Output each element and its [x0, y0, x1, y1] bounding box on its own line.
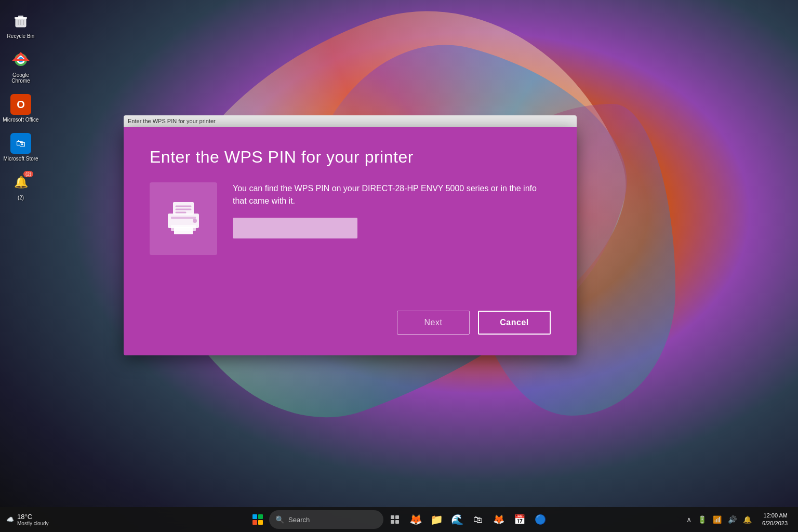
battery-icon[interactable]: 🔋	[696, 514, 709, 525]
task-view-button[interactable]	[385, 510, 404, 529]
dialog-titlebar[interactable]: Enter the WPS PIN for your printer	[124, 115, 577, 127]
edge-browser-icon[interactable]: 🌊	[448, 510, 467, 529]
office-label: Microsoft Office	[3, 117, 38, 123]
svg-rect-14	[171, 217, 196, 219]
wps-pin-input[interactable]	[233, 218, 357, 238]
taskbar-clock[interactable]: 12:00 AM 6/20/2023	[758, 512, 792, 528]
svg-point-17	[193, 219, 197, 223]
svg-rect-2	[18, 16, 23, 18]
google-chrome-label: Google Chrome	[3, 72, 39, 84]
search-icon: 🔍	[275, 515, 284, 524]
recycle-bin-label: Recycle Bin	[7, 33, 35, 39]
system-tray: ∧ 🔋 📶 🔊 🔔	[684, 514, 754, 525]
printer-icon-box	[150, 182, 217, 255]
volume-icon[interactable]: 🔊	[726, 514, 739, 525]
svg-rect-18	[391, 515, 394, 519]
recycle-bin-icon	[10, 10, 31, 31]
desktop: Recycle Bin Google Chrome O Microsoft Of…	[0, 0, 798, 532]
svg-rect-16	[174, 227, 193, 234]
desktop-icon-area: Recycle Bin Google Chrome O Microsoft Of…	[0, 0, 42, 532]
notification-bell-icon[interactable]: 🔔	[741, 514, 754, 525]
printer-icon	[163, 198, 204, 240]
copilot-icon[interactable]: 🦊	[406, 510, 425, 529]
win-logo-red	[252, 520, 257, 525]
dialog-content: You can find the WPS PIN on your DIRECT-…	[150, 182, 551, 255]
desktop-icon-ms-store[interactable]: 🛍 Microsoft Store	[3, 133, 39, 162]
dialog-buttons: Next Cancel	[397, 311, 551, 335]
desktop-icon-office[interactable]: O Microsoft Office	[3, 94, 39, 123]
win-logo-yellow	[258, 520, 263, 525]
wps-pin-dialog: Enter the WPS PIN for your printer	[124, 127, 577, 355]
ms-store-taskbar-icon[interactable]: 🛍	[469, 510, 487, 529]
clock-date: 6/20/2023	[762, 520, 788, 527]
svg-rect-19	[395, 515, 399, 519]
temperature: 18°C	[17, 513, 49, 521]
dialog-description: You can find the WPS PIN on your DIRECT-…	[233, 182, 551, 207]
windows-logo	[252, 514, 263, 525]
dialog-titlebar-text: Enter the WPS PIN for your printer	[128, 118, 573, 124]
wifi-icon[interactable]: 📶	[711, 514, 724, 525]
desktop-icon-recycle-bin[interactable]: Recycle Bin	[3, 10, 39, 39]
weather-widget[interactable]: ☁️ 18°C Mostly cloudy	[6, 513, 49, 526]
next-button[interactable]: Next	[397, 311, 470, 335]
chrome-taskbar-icon[interactable]: 🔵	[531, 510, 550, 529]
calendar-icon[interactable]: 📅	[510, 510, 529, 529]
file-explorer-icon[interactable]: 📁	[427, 510, 446, 529]
taskbar-search-bar[interactable]: 🔍 Search	[269, 510, 383, 529]
taskbar-left: ☁️ 18°C Mostly cloudy	[6, 513, 49, 526]
ms-store-label: Microsoft Store	[3, 156, 38, 162]
firefox-icon[interactable]: 🦊	[489, 510, 508, 529]
weather-desc: Mostly cloudy	[17, 521, 49, 526]
windows-start-button[interactable]	[248, 510, 267, 529]
svg-rect-21	[395, 520, 399, 524]
clock-time: 12:00 AM	[764, 512, 788, 520]
svg-rect-20	[391, 520, 394, 524]
taskbar-right: ∧ 🔋 📶 🔊 🔔 12:00 AM 6/20/2023	[684, 512, 792, 528]
taskbar: ☁️ 18°C Mostly cloudy 🔍	[0, 507, 798, 532]
taskbar-center: 🔍 Search 🦊 📁 🌊	[248, 510, 550, 529]
win-logo-green	[258, 514, 263, 519]
cancel-button[interactable]: Cancel	[478, 311, 551, 335]
win-logo-blue	[252, 514, 257, 519]
desktop-icon-notification[interactable]: 🔔 (2) (2)	[3, 172, 39, 201]
notification-icon: 🔔 (2)	[10, 172, 31, 193]
weather-icon: ☁️	[6, 516, 14, 523]
dialog-title: Enter the WPS PIN for your printer	[150, 148, 551, 167]
office-icon: O	[10, 94, 31, 115]
search-label: Search	[288, 516, 310, 524]
ms-store-icon: 🛍	[10, 133, 31, 154]
google-chrome-icon	[10, 49, 31, 70]
dialog-body: You can find the WPS PIN on your DIRECT-…	[233, 182, 551, 238]
desktop-icon-google-chrome[interactable]: Google Chrome	[3, 49, 39, 84]
notification-label: (2)	[18, 195, 24, 201]
tray-chevron-icon[interactable]: ∧	[684, 514, 694, 525]
